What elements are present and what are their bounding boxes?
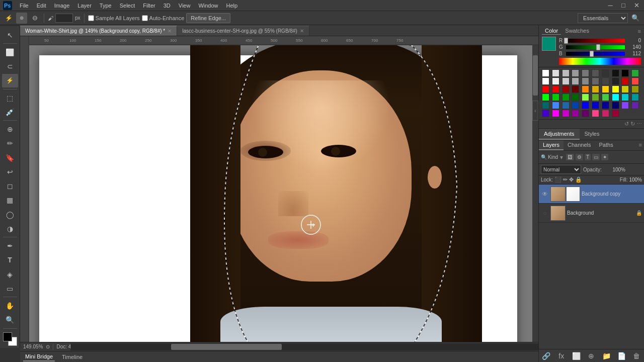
swatch-item[interactable]	[612, 110, 619, 117]
filter-text-btn[interactable]: T	[585, 154, 591, 160]
red-slider-thumb[interactable]	[564, 38, 568, 44]
swatch-item[interactable]	[542, 102, 549, 109]
layer-eye-background[interactable]: ○	[541, 209, 549, 217]
pen-tool[interactable]: ✒	[2, 239, 18, 252]
gradient-tool[interactable]: ▦	[2, 194, 18, 207]
panel-rotate-left-btn[interactable]: ↺	[624, 121, 629, 127]
filter-smart-btn[interactable]: ✦	[601, 154, 608, 160]
timeline-tab[interactable]: Timeline	[60, 353, 85, 361]
swatch-item[interactable]	[582, 77, 589, 85]
swatch-item[interactable]	[631, 94, 639, 101]
filter-shape-btn[interactable]: ▭	[592, 154, 600, 160]
swatches-tab[interactable]: Swatches	[562, 27, 592, 35]
swatch-item[interactable]	[542, 85, 549, 93]
new-group-btn[interactable]: 📁	[601, 352, 612, 360]
menu-filter[interactable]: Filter	[139, 2, 158, 10]
filter-pixel-btn[interactable]: 🖼	[566, 154, 574, 160]
swatch-item[interactable]	[602, 110, 609, 117]
swatch-item[interactable]	[552, 77, 559, 85]
text-tool[interactable]: T	[2, 253, 18, 267]
swatch-item[interactable]	[552, 110, 559, 117]
swatch-item[interactable]	[631, 69, 639, 77]
lasso-tool[interactable]: ⊂	[2, 59, 18, 73]
swatch-item[interactable]	[612, 85, 619, 93]
swatch-item[interactable]	[592, 110, 599, 117]
blend-mode-select[interactable]: Normal	[541, 165, 581, 174]
add-mask-btn[interactable]: ⬜	[571, 352, 582, 360]
menu-select[interactable]: Select	[116, 2, 139, 10]
panel-reset-btn[interactable]: ↻	[630, 121, 635, 127]
swatch-item[interactable]	[621, 94, 629, 101]
layer-eye-background-copy[interactable]: 👁	[541, 190, 549, 198]
tab-woman-shirt-close[interactable]: ✕	[168, 28, 172, 34]
menu-file[interactable]: File	[16, 2, 32, 10]
history-brush-tool[interactable]: ↩	[2, 165, 18, 178]
swatch-item[interactable]	[552, 85, 559, 93]
tab-woman-shirt[interactable]: Woman-White-Shirt.jpg @ 149% (Background…	[20, 26, 177, 36]
swatch-item[interactable]	[572, 85, 579, 93]
styles-tab[interactable]: Styles	[580, 129, 605, 140]
blue-slider-thumb[interactable]	[590, 51, 594, 57]
menu-image[interactable]: Image	[51, 2, 73, 10]
foreground-color[interactable]	[3, 332, 12, 341]
color-panel-options[interactable]: ≡	[638, 28, 641, 34]
tab-business-center-close[interactable]: ✕	[300, 28, 304, 34]
swatch-item[interactable]	[572, 69, 579, 77]
close-button[interactable]: ✕	[631, 0, 642, 11]
eraser-tool[interactable]: ◻	[2, 179, 18, 193]
path-select-tool[interactable]: ◈	[2, 267, 18, 281]
dodge-tool[interactable]: ◑	[2, 222, 18, 235]
menu-view[interactable]: View	[175, 2, 194, 10]
quick-select-btn[interactable]: ⚡	[3, 13, 14, 24]
canvas-area[interactable]: 50 100 150 200 250 300 350 400 450 500 5…	[20, 36, 538, 351]
swatch-item[interactable]	[621, 85, 629, 93]
lock-all-btn[interactable]: 🔒	[575, 176, 582, 183]
lock-move-btn[interactable]: ✥	[569, 176, 574, 183]
new-layer-btn[interactable]: 📄	[616, 352, 627, 360]
clone-stamp-tool[interactable]: 🔖	[2, 151, 18, 164]
green-slider-thumb[interactable]	[596, 44, 600, 50]
tab-business-center[interactable]: lascc-business-center-SH-org.jpg @ 55% (…	[177, 26, 309, 36]
brush-tool[interactable]: ✏	[2, 137, 18, 150]
swatch-item[interactable]	[562, 69, 570, 77]
swatch-item[interactable]	[612, 69, 619, 77]
swatch-item[interactable]	[542, 110, 549, 117]
new-fill-adj-btn[interactable]: ⊕	[586, 352, 597, 360]
swatch-item[interactable]	[542, 69, 549, 77]
swatch-item[interactable]	[572, 110, 579, 117]
workspace-search-btn[interactable]: 🔍	[630, 13, 641, 24]
swatch-item[interactable]	[572, 102, 579, 109]
color-tab[interactable]: Color	[542, 27, 561, 35]
channels-tab[interactable]: Channels	[564, 140, 595, 150]
swatch-item[interactable]	[592, 77, 599, 85]
menu-help[interactable]: Help	[223, 2, 242, 10]
add-selection-btn[interactable]: ⊕	[16, 13, 27, 24]
filter-dropdown-icon[interactable]: ▾	[560, 154, 563, 161]
canvas-inner[interactable]: +	[29, 45, 538, 351]
swatch-item[interactable]	[592, 85, 599, 93]
color-preview-swatch[interactable]	[542, 37, 556, 51]
layer-item-background-copy[interactable]: 👁 Background copy	[539, 185, 644, 204]
swatch-item[interactable]	[612, 94, 619, 101]
filter-adj-btn[interactable]: ⚙	[576, 154, 583, 160]
swatch-item[interactable]	[572, 77, 579, 85]
panel-options-btn[interactable]: ⋯	[636, 121, 642, 127]
menu-edit[interactable]: Edit	[33, 2, 50, 10]
swatch-item[interactable]	[612, 102, 619, 109]
auto-enhance-checkbox[interactable]	[142, 15, 148, 21]
swatch-item[interactable]	[572, 94, 579, 101]
eyedropper-tool[interactable]: 💉	[2, 105, 18, 119]
swatch-item[interactable]	[631, 102, 639, 109]
add-style-btn[interactable]: fx	[556, 352, 567, 360]
lock-image-btn[interactable]: ✏	[563, 176, 568, 183]
swatch-item[interactable]	[582, 85, 589, 93]
swatch-item[interactable]	[592, 102, 599, 109]
red-slider-track[interactable]	[566, 39, 625, 43]
swatch-item[interactable]	[592, 69, 599, 77]
swatch-item[interactable]	[562, 85, 570, 93]
maximize-button[interactable]: □	[618, 0, 629, 11]
swatch-item[interactable]	[542, 94, 549, 101]
healing-brush-tool[interactable]: ⊕	[2, 122, 18, 136]
swatch-item[interactable]	[582, 110, 589, 117]
minimize-button[interactable]: ─	[605, 0, 616, 11]
